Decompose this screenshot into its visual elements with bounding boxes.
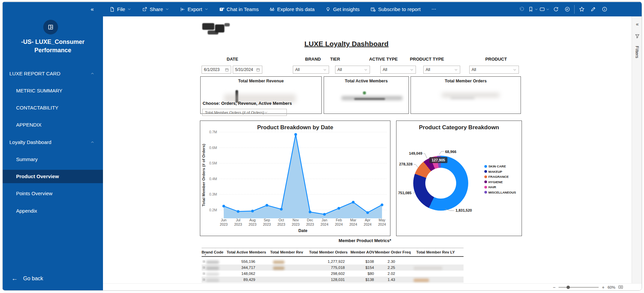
chevron-up-icon bbox=[91, 140, 94, 144]
sidebar-item-label: METRIC SUMMARY bbox=[16, 88, 62, 93]
sidebar-item-appendix[interactable]: APPENDIX bbox=[3, 118, 103, 132]
sidebar-item-loyalty-dashboard[interactable]: Loyalty Dashboard bbox=[3, 135, 103, 149]
sidebar-item-points-overview[interactable]: Points Overview bbox=[3, 187, 103, 200]
file-icon bbox=[109, 7, 115, 12]
toolbar-info-button[interactable] bbox=[599, 2, 610, 16]
expand-row-icon[interactable] bbox=[203, 272, 205, 275]
explore-icon bbox=[269, 7, 275, 12]
sidebar-item-appendix[interactable]: Appendix bbox=[3, 204, 103, 217]
sidebar-item-product-overview[interactable]: Product Overview bbox=[3, 170, 103, 183]
column-header-member-aov[interactable]: Member AOV bbox=[351, 250, 374, 254]
filter-label-product: PRODUCT bbox=[469, 57, 523, 62]
legend-item-makeup[interactable]: MAKEUP bbox=[484, 170, 502, 173]
redacted-mark bbox=[224, 23, 230, 26]
chevron-down-icon bbox=[323, 68, 327, 72]
share-icon bbox=[142, 7, 147, 12]
workspace-logo bbox=[43, 20, 58, 34]
date-to-input[interactable]: 5/31/2024 bbox=[233, 66, 262, 74]
toolbar-more-options-button[interactable] bbox=[431, 7, 436, 12]
sidebar-item-metric-summary[interactable]: METRIC SUMMARY bbox=[3, 84, 103, 97]
toolbar-subscribe-to-report-button[interactable]: Subscribe to report bbox=[370, 6, 421, 12]
expand-filters-pane-button[interactable]: « bbox=[632, 21, 642, 27]
toolbar-view-button[interactable] bbox=[539, 2, 550, 16]
zoom-in-button[interactable]: + bbox=[602, 285, 604, 290]
column-header-total-member-rev[interactable]: Total Member Rev bbox=[267, 250, 306, 254]
filter-dropdown-product[interactable]: All bbox=[469, 66, 519, 74]
legend-item-miscellaneous[interactable]: MISCELLANEOUS bbox=[484, 191, 516, 194]
column-header-total-member-orders[interactable]: Total Member Orders bbox=[307, 250, 350, 254]
filter-dropdown-product-type[interactable]: All bbox=[423, 66, 460, 74]
svg-text:Mar2024: Mar2024 bbox=[349, 218, 357, 226]
fit-to-page-icon[interactable] bbox=[618, 285, 623, 290]
chevron-down-icon bbox=[410, 68, 414, 72]
choose-metric-dropdown[interactable]: Total Member Orders (# of Orders) bbox=[202, 109, 287, 116]
legend-label: HAIR bbox=[488, 185, 496, 189]
toolbar-edit-button[interactable] bbox=[587, 2, 599, 16]
filter-dropdown-brand[interactable]: All bbox=[293, 66, 329, 74]
legend-dot bbox=[484, 170, 487, 173]
toolbar-file-button[interactable]: File bbox=[109, 6, 131, 12]
sort-descending-icon: ▼ bbox=[204, 254, 206, 256]
sidebar-item-luxe-report-card[interactable]: LUXE REPORT CARD bbox=[3, 67, 103, 80]
product-breakdown-by-date-panel: Product Breakdown by Date 0.2M0.3M0.4M0.… bbox=[200, 121, 390, 236]
chevron-up-icon bbox=[91, 72, 94, 75]
zoom-slider-handle[interactable] bbox=[567, 286, 570, 289]
expand-row-icon[interactable] bbox=[203, 278, 205, 281]
donut-chart-title: Product Category Breakdown bbox=[396, 124, 522, 131]
toolbar-refresh-button[interactable] bbox=[550, 2, 561, 16]
expand-row-icon[interactable] bbox=[203, 266, 205, 269]
toolbar-get-insights-button[interactable]: Get insights bbox=[325, 6, 360, 12]
svg-text:Dec2023: Dec2023 bbox=[306, 218, 314, 226]
date-from-input[interactable]: 6/1/2023 bbox=[202, 66, 231, 74]
svg-text:Sep2023: Sep2023 bbox=[263, 218, 271, 226]
sidebar-item-summary[interactable]: Summary bbox=[3, 152, 103, 166]
toolbar-share-button[interactable]: Share bbox=[142, 6, 169, 12]
date-value: 5/31/2024 bbox=[235, 67, 256, 72]
collapse-pages-pane-button[interactable]: « bbox=[87, 2, 97, 16]
legend-item-hygiene[interactable]: HYGIENE bbox=[484, 180, 503, 184]
kpi-card-total-active-members[interactable]: Total Active Members bbox=[324, 76, 409, 114]
kpi-card-total-member-revenue[interactable]: Total Member Revenue bbox=[200, 76, 322, 114]
toolbar-comment-button[interactable] bbox=[561, 2, 573, 16]
area-chart[interactable]: 0.2M0.3M0.4M0.5M0.6M0.7MTotal Member Ord… bbox=[200, 121, 390, 236]
filter-dropdown-tier[interactable]: All bbox=[335, 66, 370, 74]
kpi-card-total-member-orders[interactable]: Total Member Orders bbox=[411, 76, 521, 114]
edit-icon bbox=[590, 6, 596, 12]
toolbar-star-button[interactable] bbox=[576, 2, 587, 16]
zoom-slider[interactable] bbox=[558, 287, 599, 288]
column-header-total-active-members[interactable]: Total Active Members bbox=[226, 250, 267, 254]
expand-row-icon[interactable] bbox=[203, 260, 205, 263]
toolbar-item-label: Share bbox=[150, 6, 163, 12]
kpi-card-title: Total Member Revenue bbox=[201, 79, 321, 83]
column-header-total-member-rev-ly[interactable]: Total Member Rev LY bbox=[411, 250, 460, 254]
toolbar-export-button[interactable]: Export bbox=[180, 6, 208, 12]
dropdown-value: All bbox=[472, 67, 513, 72]
back-arrow-icon: ← bbox=[11, 275, 18, 282]
svg-text:Apr2024: Apr2024 bbox=[364, 218, 372, 226]
sidebar-item-label: Loyalty Dashboard bbox=[9, 139, 51, 145]
toolbar-explore-this-data-button[interactable]: Explore this data bbox=[269, 6, 315, 12]
svg-text:0.3M: 0.3M bbox=[209, 192, 217, 196]
zoom-out-button[interactable]: − bbox=[553, 285, 555, 290]
more-icon bbox=[431, 7, 436, 12]
legend-item-fragrance[interactable]: FRAGRANCE bbox=[484, 175, 509, 178]
toolbar-undo-button bbox=[516, 2, 527, 16]
chevron-down-icon bbox=[454, 68, 458, 72]
filter-dropdown-active-type[interactable]: All bbox=[380, 66, 416, 74]
go-back-button[interactable]: ← Go back bbox=[11, 275, 95, 282]
toolbar-chat-in-teams-button[interactable]: TChat in Teams bbox=[219, 6, 259, 12]
legend-item-hair[interactable]: HAIR bbox=[484, 185, 496, 189]
chevron-down-icon bbox=[535, 8, 538, 11]
legend-item-skin-care[interactable]: SKIN CARE bbox=[484, 164, 506, 168]
table-cell: 148,062 bbox=[226, 272, 255, 276]
table-cell: $138 bbox=[346, 278, 374, 282]
kpi-value-redacted bbox=[442, 93, 499, 97]
toolbar-item-label: Chat in Teams bbox=[227, 6, 259, 12]
table-cell: 2.30 bbox=[376, 260, 395, 264]
sidebar-item-contactability[interactable]: CONTACTABILITY bbox=[3, 101, 103, 115]
kpi-value-redacted bbox=[450, 97, 475, 99]
table-top-border bbox=[202, 248, 464, 248]
column-header-member-order-freq[interactable]: Member Order Freq bbox=[375, 250, 411, 254]
redacted-cell-value bbox=[273, 261, 284, 264]
toolbar-bookmark-button[interactable] bbox=[527, 2, 539, 16]
